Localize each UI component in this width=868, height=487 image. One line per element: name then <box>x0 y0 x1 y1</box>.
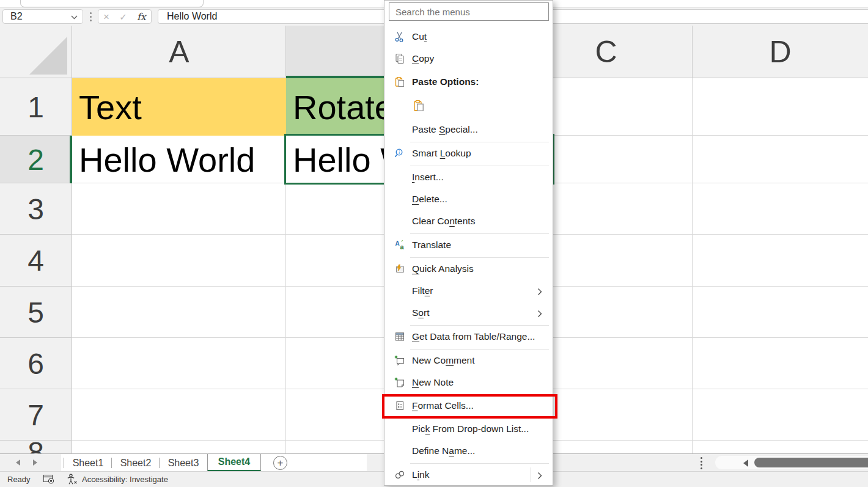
row-header-1[interactable]: 1 <box>0 78 72 136</box>
enter-icon[interactable]: ✓ <box>119 12 127 21</box>
quick-analysis-icon <box>394 263 406 275</box>
tab-scroll-right-icon[interactable] <box>33 460 37 466</box>
header-divider <box>0 234 72 235</box>
menu-item-pick-from-dropdown[interactable]: Pick From Drop-down List... <box>384 418 553 440</box>
row-header-8[interactable]: 8 <box>0 441 72 453</box>
menu-item-define-name[interactable]: Define Name... <box>384 440 553 462</box>
select-all-triangle-icon <box>29 37 67 75</box>
translate-icon: Aa <box>394 239 406 251</box>
selected-row-accent <box>70 136 72 183</box>
formula-value: Hello World <box>167 11 217 22</box>
menu-item-new-note[interactable]: New Note <box>384 372 553 394</box>
cell-a1[interactable]: Text <box>72 78 286 136</box>
context-menu: Cut Copy Paste Options: Paste Special... <box>384 0 553 486</box>
name-box[interactable]: B2 <box>2 9 83 24</box>
column-header-a[interactable]: A <box>72 26 286 78</box>
menu-item-delete[interactable]: Delete... <box>384 188 553 210</box>
tab-separator <box>64 458 64 468</box>
menu-item-filter[interactable]: Filter <box>384 280 553 302</box>
menu-item-cut[interactable]: Cut <box>384 26 553 48</box>
horizontal-scrollbar-thumb[interactable] <box>754 458 868 467</box>
row-header-2[interactable]: 2 <box>0 136 72 183</box>
column-header-d[interactable]: D <box>693 26 868 78</box>
paste-icon <box>394 76 406 88</box>
accessibility-status[interactable]: Accessibility: Investigate <box>66 474 168 485</box>
accessibility-icon <box>66 474 78 485</box>
menu-item-link[interactable]: Link <box>384 464 553 486</box>
menu-item-clear-contents[interactable]: Clear Contents <box>384 210 553 232</box>
submenu-chevron-icon <box>537 287 542 298</box>
smart-lookup-icon: i <box>394 147 406 159</box>
menu-item-paste-keep-formatting[interactable] <box>384 93 553 118</box>
svg-text:A: A <box>395 240 399 247</box>
menu-item-sort[interactable]: Sort <box>384 302 553 324</box>
header-divider <box>285 26 286 78</box>
tab-sheet3[interactable]: Sheet3 <box>161 454 205 472</box>
formula-bar-options-dots[interactable] <box>88 10 93 23</box>
menu-item-new-comment[interactable]: New Comment <box>384 350 553 372</box>
tab-scroll-left-icon[interactable] <box>16 460 20 466</box>
svg-text:a: a <box>400 243 404 251</box>
row-header-3[interactable]: 3 <box>0 183 72 235</box>
header-divider <box>0 440 72 441</box>
menu-item-insert[interactable]: Insert... <box>384 166 553 188</box>
scroll-left-arrow-icon[interactable] <box>743 460 748 467</box>
paste-option-icon <box>413 100 425 112</box>
tab-sheet1[interactable]: Sheet1 <box>66 454 110 472</box>
row-header-6[interactable]: 6 <box>0 338 72 389</box>
new-comment-icon <box>394 354 406 367</box>
menu-item-quick-analysis[interactable]: Quick Analysis <box>384 258 553 280</box>
copy-icon <box>394 53 406 65</box>
header-divider <box>0 337 72 338</box>
excel-window: B2 × ✓ fx Hello World A B C D 1 2 3 4 5 … <box>0 0 868 487</box>
select-all-corner[interactable] <box>0 26 72 78</box>
menu-item-paste-options: Paste Options: <box>384 71 553 93</box>
tab-separator <box>111 458 112 468</box>
cancel-icon[interactable]: × <box>103 12 109 22</box>
header-divider <box>0 286 72 287</box>
menu-item-translate[interactable]: Aa Translate <box>384 234 553 256</box>
macro-record-icon[interactable] <box>43 474 55 486</box>
table-icon <box>394 331 406 343</box>
submenu-chevron-icon <box>537 309 542 320</box>
tab-sheet4-active[interactable]: Sheet4 <box>207 454 261 472</box>
svg-text:i: i <box>399 150 400 155</box>
accessibility-label: Accessibility: Investigate <box>82 475 168 484</box>
name-box-chevron-icon[interactable] <box>71 11 78 22</box>
menu-item-copy[interactable]: Copy <box>384 48 553 70</box>
new-sheet-button[interactable]: + <box>273 456 287 470</box>
header-divider <box>692 26 693 78</box>
row-header-4[interactable]: 4 <box>0 235 72 287</box>
menu-item-get-data[interactable]: Get Data from Table/Range... <box>384 326 553 348</box>
cut-icon <box>394 31 406 43</box>
header-divider <box>0 183 72 183</box>
tab-separator <box>159 458 160 468</box>
ribbon-remnant-box <box>20 0 204 7</box>
menu-item-smart-lookup[interactable]: i Smart Lookup <box>384 142 553 164</box>
header-divider <box>0 389 72 389</box>
header-divider <box>0 135 72 136</box>
submenu-divider <box>531 467 531 482</box>
insert-function-icon[interactable]: fx <box>137 11 146 23</box>
row-header-5[interactable]: 5 <box>0 287 72 338</box>
submenu-chevron-icon <box>537 471 542 482</box>
link-icon <box>394 469 406 481</box>
menu-item-paste-special[interactable]: Paste Special... <box>384 119 553 141</box>
scrollbar-resize-dots[interactable] <box>701 457 702 469</box>
search-input[interactable] <box>389 2 549 21</box>
new-note-icon <box>394 376 406 389</box>
format-cells-highlight-box <box>382 394 557 419</box>
row-header-7[interactable]: 7 <box>0 389 72 441</box>
formula-buttons-group: × ✓ fx <box>98 9 152 24</box>
cell-a2[interactable]: Hello World <box>72 136 286 183</box>
name-box-value: B2 <box>10 11 23 22</box>
status-mode: Ready <box>7 475 31 484</box>
tab-sheet2[interactable]: Sheet2 <box>114 454 158 472</box>
